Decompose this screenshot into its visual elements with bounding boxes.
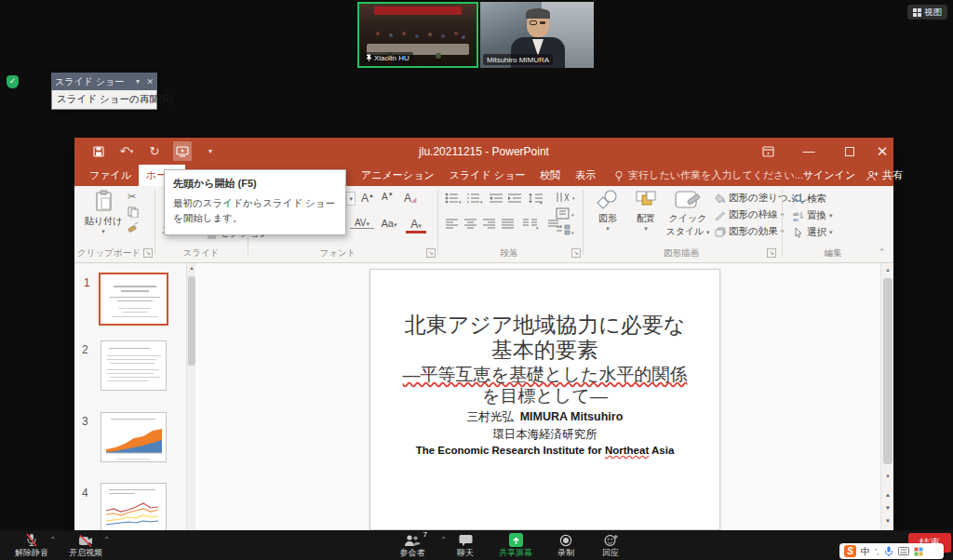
find-label: 検索 xyxy=(807,193,826,206)
drawing-dialog-launcher[interactable]: ↘ xyxy=(767,248,776,258)
sign-in-link[interactable]: サインイン xyxy=(803,168,855,182)
align-left-icon[interactable] xyxy=(445,218,459,230)
previous-slide-icon[interactable]: ▲ xyxy=(881,490,894,500)
video-tile-room[interactable]: Xiaolin HU xyxy=(357,2,478,68)
mute-options-chevron[interactable]: ⌃ xyxy=(49,536,56,544)
shrink-font-icon[interactable]: A▼ xyxy=(382,192,394,202)
bullets-icon[interactable]: ▾ xyxy=(445,193,462,205)
reactions-button[interactable]: 回应 xyxy=(590,532,631,559)
font-color-button[interactable]: A▾ xyxy=(406,218,426,233)
justify-icon[interactable] xyxy=(501,218,515,230)
align-center-icon[interactable] xyxy=(463,218,477,230)
tab-view[interactable]: 表示 xyxy=(568,165,603,186)
start-video-button[interactable]: 开启视频 ⌃ xyxy=(60,532,112,559)
record-button[interactable]: 录制 xyxy=(545,532,586,559)
shapes-label: 図形 xyxy=(598,212,617,225)
ppt-titlebar[interactable]: ↶▾ ↻ ▾ jlu.20211215 - PowerPoint — ✕ xyxy=(74,138,893,165)
minimize-button[interactable]: — xyxy=(789,138,828,165)
redo-icon[interactable]: ↻ xyxy=(145,141,164,161)
svg-text:ac: ac xyxy=(793,217,799,221)
slideshow-resume-menu-item[interactable]: スライド ショーの再開(R) xyxy=(51,90,157,110)
paragraph-dialog-launcher[interactable]: ↘ xyxy=(571,248,581,258)
start-slideshow-icon[interactable] xyxy=(173,141,192,161)
ime-mic-icon[interactable] xyxy=(884,546,893,557)
ime-keyboard-icon[interactable] xyxy=(898,547,909,555)
current-slide[interactable]: 北東アジア地域協力に必要な 基本的要素 ―平等互恵を基礎とした水平的関係 を目標… xyxy=(369,269,720,530)
slideshow-popup-title: スライド ショー xyxy=(55,75,124,88)
thumb-number-3: 3 xyxy=(82,415,88,428)
paste-button[interactable]: 貼り付け ▾ xyxy=(84,190,123,235)
encryption-shield-icon[interactable]: ✓ xyxy=(7,75,19,88)
decrease-indent-icon[interactable] xyxy=(489,193,503,205)
font-dialog-launcher[interactable]: ↘ xyxy=(426,248,436,258)
close-icon[interactable]: ✕ xyxy=(146,77,154,87)
slide-thumbnail-4[interactable] xyxy=(101,483,167,533)
tab-file[interactable]: ファイル xyxy=(82,165,139,186)
increase-indent-icon[interactable] xyxy=(507,193,522,205)
change-case-button[interactable]: Aa▾ xyxy=(378,218,400,229)
next-slide-icon[interactable]: ▼ xyxy=(881,503,894,513)
char-spacing-button[interactable]: AV▾ xyxy=(350,218,374,229)
video-options-chevron[interactable]: ⌃ xyxy=(103,536,110,544)
start-from-beginning-tooltip: 先頭から開始 (F5) 最初のスライドからスライド ショーを開始します。 xyxy=(164,169,346,235)
ime-language-toggle[interactable]: 中 xyxy=(861,545,870,558)
share-screen-button[interactable]: 共享屏幕 xyxy=(491,532,540,559)
find-button[interactable]: 検索 xyxy=(793,193,826,206)
share-button[interactable]: 共有 xyxy=(866,168,903,182)
next-slide-icon-2[interactable]: ▼ xyxy=(881,516,894,527)
slide-org-jp: 環日本海経済研究所 xyxy=(370,427,719,443)
chevron-down-icon[interactable]: ▼ xyxy=(135,78,141,85)
scroll-up-icon[interactable]: ▲ xyxy=(881,265,894,275)
quick-styles-button[interactable]: クイック スタイル ▾ xyxy=(666,190,709,238)
close-button[interactable]: ✕ xyxy=(871,138,893,165)
collapse-ribbon-icon[interactable]: ⌃ xyxy=(879,247,886,257)
text-direction-icon[interactable]: ▾ xyxy=(555,192,577,203)
columns-icon[interactable]: ▾ xyxy=(522,218,541,230)
replace-button[interactable]: abac 置換▾ xyxy=(793,209,833,222)
grow-font-icon[interactable]: A▲ xyxy=(361,192,374,205)
ime-toolbox-icon[interactable] xyxy=(914,547,923,556)
author-jp: 三村光弘 xyxy=(467,410,514,423)
tab-slideshow[interactable]: スライド ショー xyxy=(442,165,533,186)
editor-scrollbar-thumb[interactable] xyxy=(883,278,893,464)
clear-formatting-icon[interactable]: A◢ xyxy=(404,192,416,205)
format-painter-icon[interactable] xyxy=(128,221,139,233)
quick-styles-label-1: クイック xyxy=(669,212,707,225)
select-button[interactable]: 選択▾ xyxy=(793,226,833,239)
slide-thumbnail-1[interactable] xyxy=(99,273,168,326)
editor-scrollbar[interactable]: ▲ ▼ ▲ ▼ ▼ xyxy=(880,263,893,535)
maximize-button[interactable] xyxy=(830,138,869,165)
thumb-scrollbar-thumb[interactable] xyxy=(188,276,195,366)
slideshow-popup-titlebar[interactable]: スライド ショー ▼ ✕ xyxy=(51,73,157,90)
mute-button[interactable]: 解除静音 ⌃ xyxy=(6,532,58,559)
shapes-button[interactable]: 図形 ▾ xyxy=(590,190,625,233)
align-right-icon[interactable] xyxy=(482,218,496,230)
ribbon-display-options-icon[interactable] xyxy=(752,138,784,165)
view-button[interactable]: 视图 xyxy=(907,5,947,20)
tab-animations[interactable]: アニメーション xyxy=(354,165,442,186)
chat-button[interactable]: 聊天 xyxy=(445,532,486,559)
qat-customize-icon[interactable]: ▾ xyxy=(201,141,220,161)
line-spacing-icon[interactable]: ▾ xyxy=(528,193,544,205)
copy-icon[interactable] xyxy=(128,207,139,218)
clipboard-dialog-launcher[interactable]: ↘ xyxy=(143,248,153,258)
sogou-logo-icon[interactable]: S xyxy=(844,545,856,557)
tell-me-box[interactable]: 実行したい作業を入力してください... xyxy=(614,168,803,182)
slide-thumbnail-3[interactable] xyxy=(101,412,167,462)
tab-review[interactable]: 校閲 xyxy=(532,165,568,186)
shape-outline-button[interactable]: 図形の枠線▾ xyxy=(715,208,784,221)
text-box-icon[interactable]: ▾ xyxy=(547,218,564,230)
scroll-down-icon[interactable]: ▼ xyxy=(881,472,894,482)
video-tile-speaker[interactable]: Mitsuhiro MIMURA xyxy=(480,2,594,68)
undo-icon[interactable]: ↶▾ xyxy=(117,141,136,161)
arrange-button[interactable]: 配置 ▾ xyxy=(628,190,664,233)
numbering-icon[interactable]: ▾ xyxy=(466,193,483,205)
shape-effects-button[interactable]: 図形の効果▾ xyxy=(715,225,784,238)
participants-button[interactable]: 7 参会者 ⌃ xyxy=(383,532,441,559)
cut-icon[interactable]: ✂ xyxy=(128,191,136,203)
ime-punctuation-toggle[interactable]: ’, xyxy=(875,547,879,556)
save-icon[interactable] xyxy=(89,141,108,161)
slide-thumbnail-2[interactable] xyxy=(101,340,167,391)
ime-toolbar[interactable]: S 中 ’, xyxy=(839,543,944,559)
thumbnail-scrollbar[interactable]: ▲ xyxy=(186,263,195,535)
